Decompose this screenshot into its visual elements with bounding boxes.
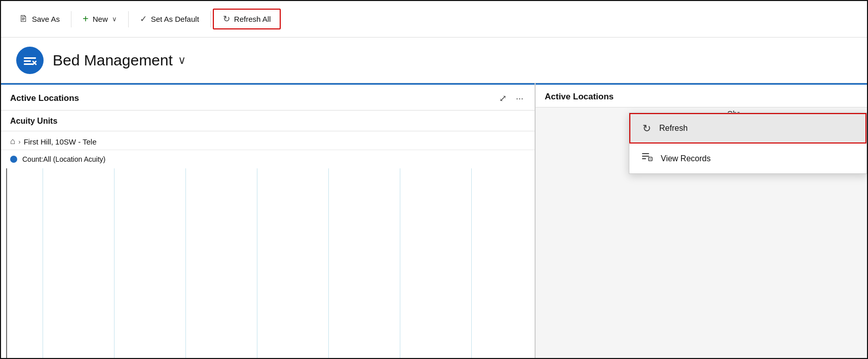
- view-records-icon: [641, 152, 653, 165]
- set-as-default-label: Set As Default: [151, 15, 199, 23]
- new-label: New: [93, 15, 108, 23]
- home-icon: ⌂: [10, 136, 15, 147]
- save-as-button[interactable]: 🖹 Save As: [10, 10, 69, 28]
- chart-vline-6: [400, 168, 400, 359]
- subheader: Acuity Units: [1, 111, 535, 131]
- svg-rect-1: [24, 60, 31, 62]
- legend-row: Count:All (Location Acuity): [1, 150, 535, 168]
- more-options-button[interactable]: ···: [514, 92, 525, 105]
- legend-dot: [10, 156, 17, 163]
- refresh-icon: ↻: [643, 122, 651, 134]
- legend-label: Count:All (Location Acuity): [22, 155, 105, 163]
- right-panel-title: Active Locations: [545, 92, 614, 102]
- left-chart-area: [1, 168, 535, 359]
- refresh-all-button[interactable]: ↻ Refresh All: [213, 9, 281, 29]
- divider-1: [71, 11, 71, 27]
- left-panel-header: Active Locations ⤢ ···: [1, 83, 535, 111]
- expand-button[interactable]: ⤢: [497, 92, 509, 105]
- save-as-icon: 🖹: [19, 14, 28, 24]
- app-title[interactable]: Bed Management ∨: [53, 52, 186, 69]
- dropdown-view-records-item[interactable]: View Records: [629, 143, 866, 173]
- toolbar: 🖹 Save As + New ∨ ✓ Set As Default ↻ Ref…: [1, 1, 867, 38]
- app-name-text: Bed Management: [53, 52, 173, 69]
- svg-rect-0: [24, 57, 36, 59]
- chart-vline-7: [471, 168, 472, 359]
- chart-lines: [1, 168, 535, 359]
- expand-icon: ⤢: [499, 93, 507, 103]
- refresh-label: Refresh: [659, 124, 688, 133]
- chart-vline-3: [185, 168, 186, 359]
- chart-vline-0: [6, 168, 7, 359]
- left-panel: Active Locations ⤢ ··· Acuity Units ⌂ › …: [1, 83, 536, 359]
- save-as-label: Save As: [32, 15, 60, 23]
- subheader-text: Acuity Units: [10, 117, 57, 125]
- svg-rect-2: [24, 63, 33, 65]
- divider-2: [128, 11, 129, 27]
- chart-vline-1: [43, 168, 43, 359]
- refresh-all-label: Refresh All: [234, 15, 271, 23]
- svg-rect-7: [642, 158, 646, 159]
- breadcrumb-text: First Hill, 10SW - Tele: [24, 137, 97, 146]
- more-icon: ···: [516, 93, 523, 103]
- app-icon: [16, 47, 44, 74]
- chart-vline-5: [328, 168, 329, 359]
- right-panel-header: Active Locations: [536, 83, 867, 107]
- set-as-default-button[interactable]: ✓ Set As Default: [131, 10, 208, 28]
- new-button[interactable]: + New ∨: [73, 9, 126, 29]
- breadcrumb: ⌂ › First Hill, 10SW - Tele: [1, 131, 535, 150]
- svg-rect-5: [642, 153, 649, 154]
- svg-rect-6: [642, 156, 649, 157]
- left-panel-actions: ⤢ ···: [497, 92, 525, 105]
- refresh-all-icon: ↻: [223, 14, 230, 24]
- breadcrumb-arrow-icon: ›: [18, 138, 20, 146]
- dropdown-refresh-item[interactable]: ↻ Refresh: [629, 113, 866, 143]
- new-icon: +: [83, 13, 89, 25]
- chart-vline-2: [114, 168, 115, 359]
- dropdown-menu: ↻ Refresh View Records: [629, 113, 867, 174]
- app-title-chevron-icon: ∨: [178, 54, 186, 67]
- right-panel: Active Locations First Hill ↻ Refresh: [536, 83, 867, 359]
- titlebar: Bed Management ∨: [1, 38, 867, 83]
- content-area: Active Locations ⤢ ··· Acuity Units ⌂ › …: [1, 83, 867, 359]
- left-panel-title: Active Locations: [10, 93, 79, 103]
- checkmark-icon: ✓: [140, 14, 147, 24]
- chart-vline-4: [257, 168, 257, 359]
- view-records-label: View Records: [661, 154, 710, 163]
- divider-3: [210, 11, 211, 27]
- new-chevron-icon: ∨: [112, 15, 117, 23]
